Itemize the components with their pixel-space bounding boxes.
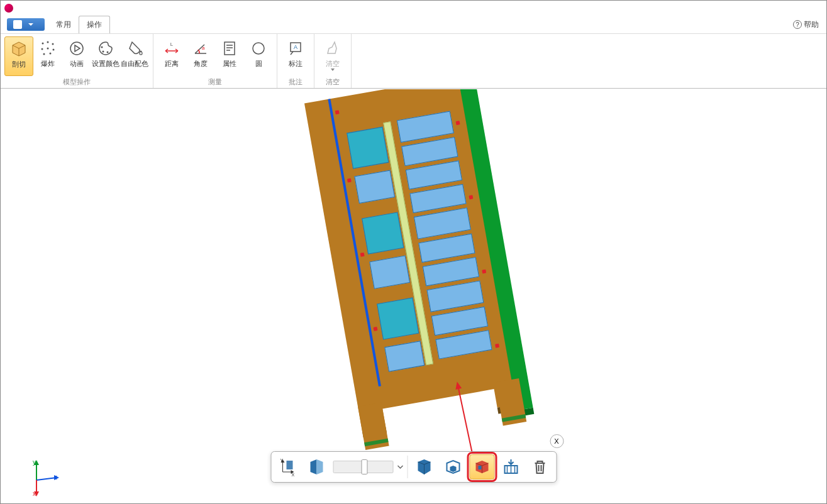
tab-common[interactable]: 常用 (48, 16, 79, 33)
group-label: 批注 (281, 76, 310, 88)
help-icon: ? (793, 20, 802, 29)
box-section-button[interactable] (440, 454, 465, 479)
file-menu-button[interactable] (7, 18, 45, 31)
markup-button[interactable]: A 标注 (281, 36, 310, 76)
axis-x-label: x (33, 490, 36, 497)
svg-point-2 (52, 43, 54, 45)
svg-rect-28 (478, 466, 481, 469)
svg-text:A: A (294, 44, 297, 50)
help-link[interactable]: ? 帮助 (793, 19, 819, 30)
clear-button[interactable]: 清空 (318, 36, 347, 76)
ribbon-label: 标注 (289, 59, 302, 68)
app-icon (4, 4, 13, 13)
ribbon-label: 自由配色 (121, 59, 148, 68)
ribbon-label: 设置颜色 (92, 59, 119, 68)
palette-icon (96, 39, 115, 58)
save-section-icon (501, 457, 521, 477)
broom-icon (323, 39, 342, 58)
ribbon-label: 剖切 (12, 60, 26, 69)
ribbon-group-clear: 清空 清空 (314, 34, 352, 88)
svg-point-1 (47, 41, 49, 43)
section-slider[interactable] (333, 461, 393, 473)
trash-icon (530, 457, 550, 477)
circle-button[interactable]: 圆 (244, 36, 273, 76)
svg-point-15 (253, 43, 264, 54)
slider-thumb[interactable] (361, 459, 367, 474)
svg-point-0 (42, 43, 44, 45)
section-button[interactable]: 剖切 (4, 36, 33, 76)
group-label: 模型操作 (4, 76, 149, 88)
axis-plane-icon: Y X (277, 457, 297, 477)
ribbon-group-annot: A 标注 批注 (277, 34, 314, 88)
tab-label: 常用 (56, 20, 71, 29)
group-label: 测量 (157, 76, 273, 88)
group-label: 清空 (318, 76, 347, 88)
document-icon (13, 20, 22, 29)
ribbon-label: 爆炸 (41, 59, 55, 68)
separator (407, 456, 408, 478)
ribbon: 剖切 爆炸 动画 设置颜色 (1, 33, 826, 89)
caret-down-icon (28, 23, 33, 26)
svg-point-5 (53, 49, 55, 51)
svg-point-11 (107, 52, 109, 53)
help-label: 帮助 (804, 19, 819, 30)
svg-text:L: L (170, 41, 174, 47)
box-section-icon (443, 457, 463, 477)
section-box-color-button[interactable] (469, 454, 494, 479)
set-color-button[interactable]: 设置颜色 (91, 36, 120, 76)
section-box-color-icon (472, 457, 492, 477)
svg-point-8 (70, 42, 83, 55)
tab-operate[interactable]: 操作 (79, 16, 110, 33)
axis-z-label: z (54, 474, 57, 481)
model-preview (304, 89, 526, 450)
chevron-down-icon (397, 464, 403, 470)
save-section-button[interactable] (498, 454, 523, 479)
scatter-icon (38, 39, 57, 58)
ribbon-label: 动画 (70, 59, 84, 68)
axis-gizmo: y z x (24, 459, 62, 496)
angle-icon: a (191, 39, 210, 58)
svg-point-6 (43, 53, 45, 55)
svg-point-7 (50, 53, 52, 55)
svg-text:a: a (202, 45, 205, 51)
explode-button[interactable]: 爆炸 (33, 36, 62, 76)
view-section-icon (414, 457, 434, 477)
svg-rect-14 (225, 42, 235, 55)
section-toolbar: X Y X (270, 451, 557, 483)
ribbon-label: 属性 (223, 59, 236, 68)
axis-plane-button[interactable]: Y X (275, 454, 300, 479)
svg-point-10 (103, 51, 104, 53)
title-bar (1, 1, 826, 16)
angle-button[interactable]: a 角度 (186, 36, 215, 76)
slider-dropdown[interactable] (397, 464, 403, 470)
close-toolbar-button[interactable]: X (550, 434, 563, 448)
note-icon: A (286, 39, 305, 58)
ribbon-label: 角度 (194, 59, 208, 68)
ribbon-group-model: 剖切 爆炸 动画 设置颜色 (1, 34, 153, 88)
droplet-icon (125, 39, 144, 58)
circle-icon (249, 39, 268, 58)
flip-plane-button[interactable] (304, 454, 329, 479)
tab-label: 操作 (87, 20, 102, 29)
view-section-button[interactable] (411, 454, 436, 479)
svg-point-3 (42, 48, 43, 50)
chevron-down-icon (331, 68, 335, 71)
delete-section-button[interactable] (527, 454, 552, 479)
menu-row: 常用 操作 ? 帮助 (1, 16, 826, 33)
distance-icon: L (162, 39, 181, 58)
animation-button[interactable]: 动画 (62, 36, 91, 76)
ribbon-label: 距离 (165, 59, 179, 68)
distance-button[interactable]: L 距离 (157, 36, 186, 76)
properties-button[interactable]: 属性 (215, 36, 244, 76)
axis-y-label: y (33, 459, 36, 466)
svg-point-4 (47, 48, 49, 50)
cube-slice-icon (9, 40, 28, 58)
properties-doc-icon (220, 39, 239, 58)
ribbon-label: 清空 (326, 59, 340, 68)
3d-viewport[interactable]: y z x X Y X (1, 89, 826, 503)
svg-point-9 (101, 47, 103, 48)
flip-plane-icon (306, 457, 326, 477)
close-label: X (554, 437, 558, 445)
svg-text:X: X (291, 473, 294, 477)
auto-color-button[interactable]: 自由配色 (120, 36, 149, 76)
